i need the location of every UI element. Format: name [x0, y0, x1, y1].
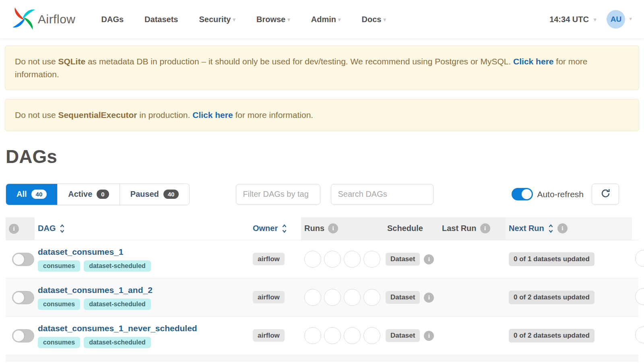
refresh-button[interactable] — [592, 184, 619, 205]
sort-by-dag-header[interactable]: DAG — [38, 224, 56, 233]
airflow-brand[interactable]: Airflow — [12, 7, 76, 32]
navbar: Airflow DAGs Datasets Security▾ Browse▾ … — [0, 0, 644, 39]
dag-tag[interactable]: dataset-scheduled — [84, 260, 151, 272]
success-runs-circle[interactable] — [344, 251, 361, 268]
navbar-right: 14:34 UTC▾ AU ▾ — [549, 10, 632, 29]
next-run-badge: 0 of 2 datasets updated — [509, 291, 594, 304]
dag-pause-toggle[interactable] — [12, 329, 34, 342]
sort-arrows-icon[interactable] — [548, 223, 554, 234]
info-icon[interactable]: i — [9, 224, 19, 234]
tab-count-badge: 0 — [97, 190, 109, 199]
next-row-partial — [6, 355, 638, 362]
sort-by-next-run-header[interactable]: Next Run — [509, 224, 544, 233]
info-icon[interactable]: i — [424, 293, 434, 303]
running-runs-circle[interactable] — [324, 327, 341, 344]
dag-tag[interactable]: consumes — [38, 299, 80, 310]
nav-item-security[interactable]: Security▾ — [199, 15, 235, 24]
dags-toolbar: All 40 Active 0 Paused 40 Auto-refresh — [6, 184, 638, 205]
click-here-link[interactable]: Click here — [192, 110, 233, 120]
next-run-badge: 0 of 2 datasets updated — [509, 329, 594, 342]
alert-text: in production. — [137, 110, 192, 120]
info-icon[interactable]: i — [480, 223, 490, 233]
owner-badge[interactable]: airflow — [253, 329, 285, 342]
run-status-circles — [304, 251, 379, 268]
failed-runs-circle[interactable] — [363, 327, 380, 344]
owner-badge[interactable]: airflow — [253, 291, 285, 303]
owner-badge[interactable]: airflow — [253, 253, 285, 265]
dag-pause-toggle[interactable] — [12, 291, 34, 304]
table-header-row: i DAG Owner Runs — [6, 217, 638, 240]
chevron-down-icon: ▾ — [287, 16, 290, 23]
dag-tag[interactable]: consumes — [38, 260, 80, 272]
running-runs-circle[interactable] — [324, 251, 341, 268]
queued-runs-circle[interactable] — [304, 289, 321, 306]
auto-refresh-toggle[interactable] — [512, 188, 533, 200]
chevron-down-icon: ▾ — [338, 16, 341, 23]
search-dags-input[interactable] — [331, 184, 433, 205]
sort-arrows-icon[interactable] — [59, 223, 65, 234]
schedule-header: Schedule — [387, 224, 423, 233]
chevron-down-icon: ▾ — [383, 16, 386, 23]
tab-all[interactable]: All 40 — [6, 184, 58, 205]
toggle-knob — [13, 330, 24, 341]
nav-item-admin[interactable]: Admin▾ — [311, 15, 341, 24]
clock-dropdown[interactable]: 14:34 UTC▾ — [549, 15, 596, 24]
running-runs-circle[interactable] — [324, 289, 341, 306]
tab-label: Paused — [130, 190, 159, 199]
chevron-down-icon[interactable]: ▾ — [629, 16, 632, 22]
nav-item-browse[interactable]: Browse▾ — [256, 15, 290, 24]
nav-menu: DAGs Datasets Security▾ Browse▾ Admin▾ D… — [101, 15, 386, 24]
info-icon[interactable]: i — [424, 331, 434, 341]
queued-runs-circle[interactable] — [304, 327, 321, 344]
last-run-header: Last Run — [442, 224, 477, 233]
tag-filter-input[interactable] — [236, 184, 320, 205]
task-status-circle[interactable] — [635, 326, 644, 343]
user-avatar[interactable]: AU — [607, 10, 625, 29]
schedule-badge[interactable]: Dataset — [386, 253, 420, 266]
task-status-circle[interactable] — [635, 250, 644, 267]
failed-runs-circle[interactable] — [363, 251, 380, 268]
info-icon[interactable]: i — [328, 223, 338, 233]
tab-count-badge: 40 — [163, 190, 179, 199]
tab-count-badge: 40 — [31, 190, 47, 199]
schedule-badge[interactable]: Dataset — [386, 291, 420, 304]
dag-link[interactable]: dataset_consumes_1_and_2 — [38, 285, 153, 295]
dag-tag[interactable]: dataset-scheduled — [84, 299, 151, 310]
dag-link[interactable]: dataset_consumes_1_never_scheduled — [38, 324, 197, 333]
sort-by-owner-header[interactable]: Owner — [253, 224, 278, 233]
dags-table: i DAG Owner Runs — [6, 217, 638, 355]
runs-header: Runs — [304, 224, 324, 233]
nav-item-docs[interactable]: Docs▾ — [361, 15, 386, 24]
nav-item-datasets[interactable]: Datasets — [144, 15, 178, 24]
tab-label: Active — [68, 190, 92, 199]
nav-item-dags[interactable]: DAGs — [101, 15, 124, 24]
alert-strong-text: SequentialExecutor — [58, 110, 137, 120]
dag-pause-toggle[interactable] — [12, 253, 34, 266]
auto-refresh-label: Auto-refresh — [537, 190, 584, 199]
dag-link[interactable]: dataset_consumes_1 — [38, 247, 123, 257]
sort-arrows-icon[interactable] — [281, 223, 287, 234]
dag-tag[interactable]: dataset-scheduled — [84, 337, 151, 348]
tab-paused[interactable]: Paused 40 — [120, 184, 190, 205]
dag-filter-tabs: All 40 Active 0 Paused 40 — [6, 184, 190, 205]
tab-active[interactable]: Active 0 — [58, 184, 120, 205]
dag-tag[interactable]: consumes — [38, 337, 80, 348]
toggle-knob — [522, 189, 532, 199]
queued-runs-circle[interactable] — [304, 251, 321, 268]
airflow-pinwheel-icon — [12, 7, 35, 32]
toggle-knob — [13, 254, 24, 265]
click-here-link[interactable]: Click here — [513, 57, 553, 66]
info-icon[interactable]: i — [557, 223, 568, 233]
schedule-badge[interactable]: Dataset — [386, 329, 420, 342]
dag-row: dataset_consumes_1_and_2 consumes datase… — [6, 278, 638, 317]
auto-refresh-group: Auto-refresh — [512, 184, 619, 205]
task-status-circle[interactable] — [635, 288, 644, 305]
alert-text: Do not use — [15, 110, 58, 120]
success-runs-circle[interactable] — [344, 289, 361, 306]
success-runs-circle[interactable] — [344, 327, 361, 344]
info-icon[interactable]: i — [424, 254, 434, 264]
refresh-icon — [600, 188, 611, 200]
next-run-badge: 0 of 1 datasets updated — [509, 252, 594, 266]
run-status-circles — [304, 289, 379, 306]
failed-runs-circle[interactable] — [363, 289, 380, 306]
